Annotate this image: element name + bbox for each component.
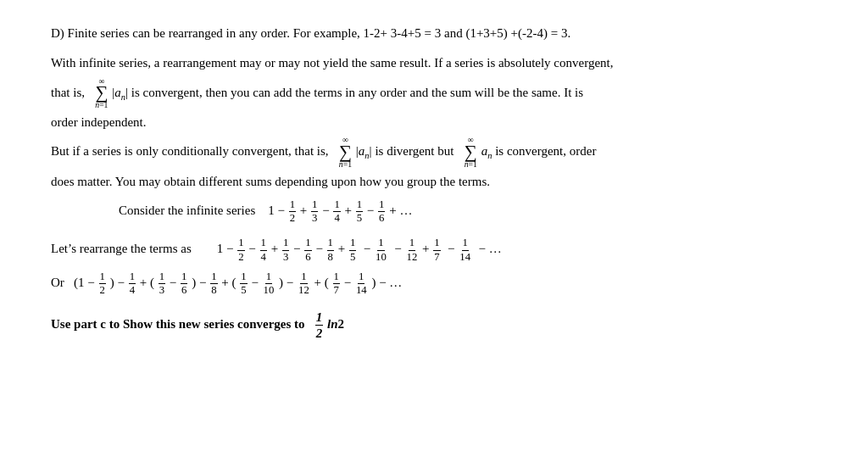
frac-use-1-2: 1 2: [315, 309, 324, 341]
frac-1-4: 1 4: [333, 198, 340, 226]
sigma1: ∞ ∑ n=1: [95, 77, 108, 109]
frac-or-1-6: 1 6: [181, 270, 187, 298]
frac-or-1-4: 1 4: [129, 270, 136, 298]
paragraph2: But if a series is only conditionally co…: [51, 136, 834, 168]
paragraph1: With infinite series, a rearrangement ma…: [51, 53, 834, 73]
frac-r-1-4: 1 4: [260, 237, 267, 264]
para1-text-c: is convergent, then you can add the term…: [131, 85, 583, 98]
frac-or-1-10: 1 10: [263, 270, 275, 298]
sigma3: ∞ ∑ n=1: [465, 136, 477, 168]
frac-1-5: 1 5: [356, 198, 363, 226]
sigma2: ∞ ∑ n=1: [339, 136, 352, 168]
frac-r-1-7: 1 7: [433, 237, 440, 264]
frac-or-1-12: 1 12: [298, 270, 310, 298]
section-d: D) Finite series can be rearranged in an…: [51, 24, 834, 43]
paragraph1b: that is, ∞ ∑ n=1 |an| is convergent, the…: [51, 77, 834, 109]
consider-label: Consider the infinite series: [119, 204, 255, 217]
or-label: Or: [51, 276, 64, 289]
para1-text-a: With infinite series, a rearrangement ma…: [51, 56, 614, 70]
frac-r-1-6: 1 6: [304, 237, 311, 264]
frac-or-1-7: 1 7: [333, 270, 340, 298]
rearrange-line: Let’s rearrange the terms as 1 − 1 2 − 1…: [51, 237, 834, 264]
frac-or-1-3: 1 3: [159, 270, 165, 298]
frac-r-1-14: 1 14: [459, 237, 471, 264]
paragraph2d: does matter. You may obtain different su…: [51, 172, 834, 192]
para1-text-d: order independent.: [51, 115, 146, 129]
frac-or-1-5: 1 5: [240, 270, 247, 298]
frac-r-1-10: 1 10: [375, 237, 387, 264]
or-line: Or (1 − 1 2 ) − 1 4 + ( 1 3 − 1 6 ) − 1 …: [51, 270, 834, 298]
page: D) Finite series can be rearranged in an…: [0, 0, 868, 474]
frac-r-1-12: 1 12: [406, 237, 419, 264]
para2-text-b: is divergent but: [375, 144, 460, 158]
frac-r-1-5: 1 5: [349, 237, 356, 264]
frac-1-2: 1 2: [289, 198, 296, 226]
frac-or-1-2: 1 2: [99, 270, 106, 298]
lets-rearrange-label: Let’s rearrange the terms as: [51, 243, 192, 256]
paragraph1d: order independent.: [51, 113, 834, 132]
consider-line: Consider the infinite series 1 − 1 2 + 1…: [119, 198, 834, 226]
frac-1-3: 1 3: [311, 198, 318, 226]
frac-or-1-8: 1 8: [210, 270, 217, 298]
use-part-line: Use part c to Show this new series conve…: [51, 309, 834, 341]
para2-text-d: does matter. You may obtain different su…: [51, 175, 490, 188]
use-part-text: Use part c to Show this new series conve…: [51, 317, 305, 331]
para2-text-c: is convergent, order: [495, 144, 596, 158]
frac-or-1-14: 1 14: [355, 270, 368, 298]
frac-1-6: 1 6: [378, 198, 385, 226]
frac-r-1-8: 1 8: [327, 237, 334, 264]
para1-text-b: that is,: [51, 85, 92, 98]
frac-r-1-2: 1 2: [237, 237, 244, 264]
section-d-text: D) Finite series can be rearranged in an…: [51, 26, 570, 40]
frac-r-1-3: 1 3: [282, 237, 289, 264]
para2-text-a: But if a series is only conditionally co…: [51, 144, 335, 158]
